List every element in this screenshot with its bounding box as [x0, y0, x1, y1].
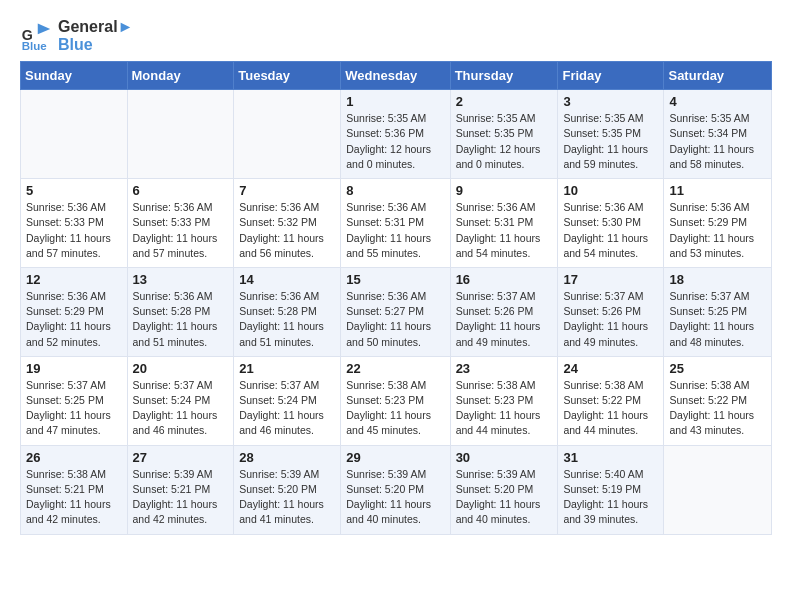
day-info: Sunrise: 5:39 AM Sunset: 5:21 PM Dayligh… [133, 467, 229, 528]
calendar-cell: 15Sunrise: 5:36 AM Sunset: 5:27 PM Dayli… [341, 267, 450, 356]
day-number: 21 [239, 361, 335, 376]
calendar-container: G Blue General► Blue SundayMondayTuesday… [0, 0, 792, 553]
calendar-cell: 16Sunrise: 5:37 AM Sunset: 5:26 PM Dayli… [450, 267, 558, 356]
calendar-cell: 31Sunrise: 5:40 AM Sunset: 5:19 PM Dayli… [558, 445, 664, 534]
header-row: SundayMondayTuesdayWednesdayThursdayFrid… [21, 62, 772, 90]
day-number: 17 [563, 272, 658, 287]
day-number: 18 [669, 272, 766, 287]
day-info: Sunrise: 5:36 AM Sunset: 5:33 PM Dayligh… [133, 200, 229, 261]
day-number: 10 [563, 183, 658, 198]
calendar-cell [664, 445, 772, 534]
day-number: 14 [239, 272, 335, 287]
day-info: Sunrise: 5:40 AM Sunset: 5:19 PM Dayligh… [563, 467, 658, 528]
day-number: 15 [346, 272, 444, 287]
day-number: 24 [563, 361, 658, 376]
day-number: 5 [26, 183, 122, 198]
calendar-cell: 18Sunrise: 5:37 AM Sunset: 5:25 PM Dayli… [664, 267, 772, 356]
day-info: Sunrise: 5:35 AM Sunset: 5:35 PM Dayligh… [456, 111, 553, 172]
day-info: Sunrise: 5:38 AM Sunset: 5:21 PM Dayligh… [26, 467, 122, 528]
calendar-cell: 24Sunrise: 5:38 AM Sunset: 5:22 PM Dayli… [558, 356, 664, 445]
day-info: Sunrise: 5:36 AM Sunset: 5:33 PM Dayligh… [26, 200, 122, 261]
calendar-cell: 30Sunrise: 5:39 AM Sunset: 5:20 PM Dayli… [450, 445, 558, 534]
calendar-cell: 19Sunrise: 5:37 AM Sunset: 5:25 PM Dayli… [21, 356, 128, 445]
day-header-monday: Monday [127, 62, 234, 90]
day-info: Sunrise: 5:38 AM Sunset: 5:23 PM Dayligh… [346, 378, 444, 439]
day-info: Sunrise: 5:36 AM Sunset: 5:28 PM Dayligh… [239, 289, 335, 350]
day-number: 22 [346, 361, 444, 376]
day-number: 8 [346, 183, 444, 198]
day-number: 7 [239, 183, 335, 198]
logo-icon: G Blue [20, 20, 52, 52]
day-number: 23 [456, 361, 553, 376]
day-number: 20 [133, 361, 229, 376]
day-number: 13 [133, 272, 229, 287]
day-number: 9 [456, 183, 553, 198]
calendar-cell: 25Sunrise: 5:38 AM Sunset: 5:22 PM Dayli… [664, 356, 772, 445]
day-info: Sunrise: 5:36 AM Sunset: 5:28 PM Dayligh… [133, 289, 229, 350]
calendar-cell: 5Sunrise: 5:36 AM Sunset: 5:33 PM Daylig… [21, 179, 128, 268]
calendar-cell: 10Sunrise: 5:36 AM Sunset: 5:30 PM Dayli… [558, 179, 664, 268]
day-number: 30 [456, 450, 553, 465]
day-info: Sunrise: 5:35 AM Sunset: 5:36 PM Dayligh… [346, 111, 444, 172]
calendar-cell: 22Sunrise: 5:38 AM Sunset: 5:23 PM Dayli… [341, 356, 450, 445]
day-number: 31 [563, 450, 658, 465]
day-header-tuesday: Tuesday [234, 62, 341, 90]
day-info: Sunrise: 5:37 AM Sunset: 5:25 PM Dayligh… [26, 378, 122, 439]
day-number: 26 [26, 450, 122, 465]
calendar-cell: 20Sunrise: 5:37 AM Sunset: 5:24 PM Dayli… [127, 356, 234, 445]
calendar-cell: 17Sunrise: 5:37 AM Sunset: 5:26 PM Dayli… [558, 267, 664, 356]
day-info: Sunrise: 5:36 AM Sunset: 5:31 PM Dayligh… [456, 200, 553, 261]
day-number: 3 [563, 94, 658, 109]
day-info: Sunrise: 5:37 AM Sunset: 5:26 PM Dayligh… [456, 289, 553, 350]
day-info: Sunrise: 5:39 AM Sunset: 5:20 PM Dayligh… [346, 467, 444, 528]
day-number: 16 [456, 272, 553, 287]
calendar-cell [21, 90, 128, 179]
day-info: Sunrise: 5:38 AM Sunset: 5:22 PM Dayligh… [563, 378, 658, 439]
day-info: Sunrise: 5:37 AM Sunset: 5:25 PM Dayligh… [669, 289, 766, 350]
day-info: Sunrise: 5:35 AM Sunset: 5:35 PM Dayligh… [563, 111, 658, 172]
calendar-cell: 4Sunrise: 5:35 AM Sunset: 5:34 PM Daylig… [664, 90, 772, 179]
calendar-table: SundayMondayTuesdayWednesdayThursdayFrid… [20, 61, 772, 534]
day-info: Sunrise: 5:36 AM Sunset: 5:27 PM Dayligh… [346, 289, 444, 350]
calendar-cell: 1Sunrise: 5:35 AM Sunset: 5:36 PM Daylig… [341, 90, 450, 179]
week-row-3: 12Sunrise: 5:36 AM Sunset: 5:29 PM Dayli… [21, 267, 772, 356]
day-info: Sunrise: 5:37 AM Sunset: 5:26 PM Dayligh… [563, 289, 658, 350]
calendar-cell: 7Sunrise: 5:36 AM Sunset: 5:32 PM Daylig… [234, 179, 341, 268]
calendar-cell: 28Sunrise: 5:39 AM Sunset: 5:20 PM Dayli… [234, 445, 341, 534]
week-row-4: 19Sunrise: 5:37 AM Sunset: 5:25 PM Dayli… [21, 356, 772, 445]
day-info: Sunrise: 5:38 AM Sunset: 5:22 PM Dayligh… [669, 378, 766, 439]
calendar-cell: 26Sunrise: 5:38 AM Sunset: 5:21 PM Dayli… [21, 445, 128, 534]
day-number: 29 [346, 450, 444, 465]
day-info: Sunrise: 5:37 AM Sunset: 5:24 PM Dayligh… [133, 378, 229, 439]
day-header-wednesday: Wednesday [341, 62, 450, 90]
day-info: Sunrise: 5:36 AM Sunset: 5:31 PM Dayligh… [346, 200, 444, 261]
day-number: 11 [669, 183, 766, 198]
calendar-cell: 13Sunrise: 5:36 AM Sunset: 5:28 PM Dayli… [127, 267, 234, 356]
logo: G Blue General► Blue [20, 18, 133, 53]
logo-text: General► Blue [58, 18, 133, 53]
day-info: Sunrise: 5:36 AM Sunset: 5:32 PM Dayligh… [239, 200, 335, 261]
calendar-cell: 8Sunrise: 5:36 AM Sunset: 5:31 PM Daylig… [341, 179, 450, 268]
day-info: Sunrise: 5:36 AM Sunset: 5:30 PM Dayligh… [563, 200, 658, 261]
calendar-cell: 12Sunrise: 5:36 AM Sunset: 5:29 PM Dayli… [21, 267, 128, 356]
calendar-cell: 9Sunrise: 5:36 AM Sunset: 5:31 PM Daylig… [450, 179, 558, 268]
day-header-saturday: Saturday [664, 62, 772, 90]
calendar-cell: 29Sunrise: 5:39 AM Sunset: 5:20 PM Dayli… [341, 445, 450, 534]
day-number: 6 [133, 183, 229, 198]
calendar-cell: 11Sunrise: 5:36 AM Sunset: 5:29 PM Dayli… [664, 179, 772, 268]
day-number: 25 [669, 361, 766, 376]
calendar-cell: 23Sunrise: 5:38 AM Sunset: 5:23 PM Dayli… [450, 356, 558, 445]
day-info: Sunrise: 5:39 AM Sunset: 5:20 PM Dayligh… [456, 467, 553, 528]
day-header-sunday: Sunday [21, 62, 128, 90]
day-number: 12 [26, 272, 122, 287]
day-number: 28 [239, 450, 335, 465]
calendar-cell: 6Sunrise: 5:36 AM Sunset: 5:33 PM Daylig… [127, 179, 234, 268]
day-number: 1 [346, 94, 444, 109]
day-info: Sunrise: 5:36 AM Sunset: 5:29 PM Dayligh… [26, 289, 122, 350]
calendar-cell: 21Sunrise: 5:37 AM Sunset: 5:24 PM Dayli… [234, 356, 341, 445]
day-info: Sunrise: 5:38 AM Sunset: 5:23 PM Dayligh… [456, 378, 553, 439]
day-header-thursday: Thursday [450, 62, 558, 90]
day-number: 2 [456, 94, 553, 109]
calendar-cell: 2Sunrise: 5:35 AM Sunset: 5:35 PM Daylig… [450, 90, 558, 179]
day-number: 27 [133, 450, 229, 465]
